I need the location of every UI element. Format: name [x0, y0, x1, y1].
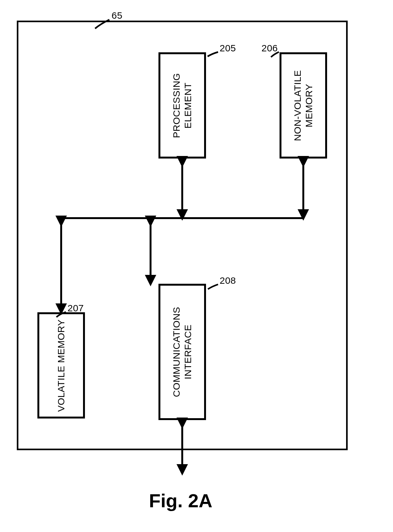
processing-element-label: PROCESSING ELEMENT: [171, 73, 194, 138]
communications-interface-ref: 208: [220, 275, 236, 286]
nonvolatile-memory-ref: 206: [261, 43, 278, 54]
communications-interface-label: COMMUNICATIONS INTERFACE: [171, 307, 194, 397]
volatile-memory-label: VOLATILE MEMORY: [55, 319, 67, 412]
nonvolatile-memory-block: NON-VOLATILE MEMORY: [280, 52, 327, 159]
diagram-canvas: 65 PROCESSING ELEMENT 205 NON-VOLATILE M…: [0, 0, 393, 532]
processing-element-ref: 205: [220, 43, 236, 54]
volatile-memory-block: VOLATILE MEMORY: [37, 312, 85, 418]
volatile-memory-ref: 207: [68, 303, 84, 314]
figure-label: Fig. 2A: [149, 490, 212, 512]
container-ref: 65: [112, 10, 122, 21]
nonvolatile-memory-label: NON-VOLATILE MEMORY: [292, 70, 315, 141]
communications-interface-block: COMMUNICATIONS INTERFACE: [158, 284, 206, 420]
processing-element-block: PROCESSING ELEMENT: [158, 52, 206, 159]
